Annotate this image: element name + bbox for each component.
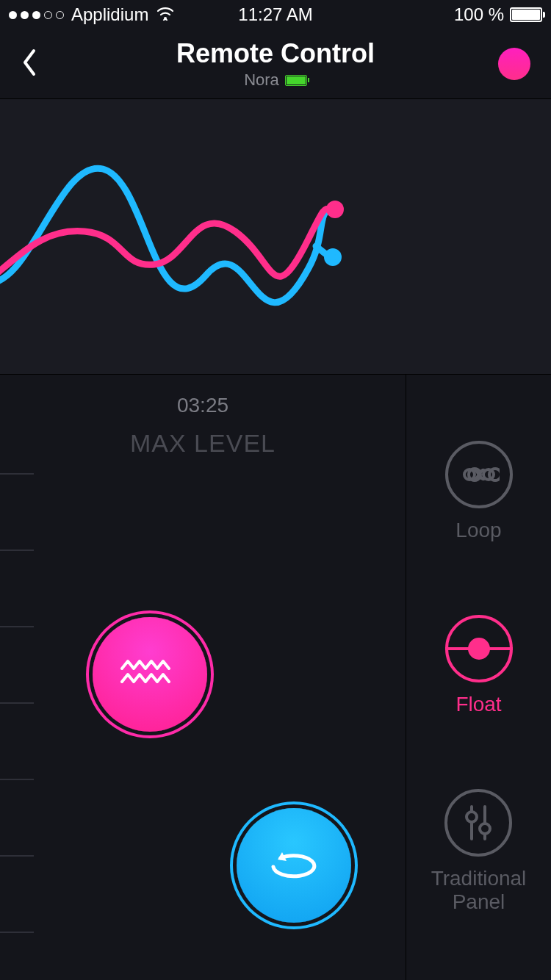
nav-title-block: Remote Control Nora (0, 38, 551, 90)
back-button[interactable] (21, 48, 38, 80)
svg-point-0 (164, 17, 167, 20)
carrier-label: Applidium (71, 4, 148, 25)
vibration-wave-icon (120, 658, 179, 691)
waveform-display (0, 99, 551, 375)
nav-header: Remote Control Nora (0, 29, 551, 99)
svg-point-2 (326, 201, 344, 218)
svg-point-6 (480, 824, 490, 834)
sliders-icon (444, 789, 512, 857)
device-name-label: Nora (244, 71, 279, 90)
mode-loop-label: Loop (455, 519, 501, 542)
mode-traditional-label: Traditional Panel (431, 867, 527, 914)
svg-point-4 (467, 812, 477, 822)
battery-percent-label: 100 % (454, 4, 504, 25)
device-status: Nora (0, 71, 551, 90)
mode-float-button[interactable]: Float (445, 615, 513, 716)
lower-panel: 03:25 MAX LEVEL (0, 375, 551, 980)
battery-icon (510, 7, 542, 22)
device-battery-icon (285, 75, 307, 86)
mode-loop-button[interactable]: Loop (445, 441, 513, 542)
rotation-knob[interactable] (237, 808, 351, 923)
vibration-knob[interactable] (93, 617, 207, 732)
status-right: 100 % (454, 4, 542, 25)
mode-traditional-button[interactable]: Traditional Panel (431, 789, 527, 914)
wifi-icon (156, 4, 175, 25)
mode-float-label: Float (455, 693, 501, 716)
float-icon (445, 615, 513, 682)
signal-dots-icon (9, 11, 64, 19)
level-ticks (0, 473, 34, 980)
timer-label: 03:25 (0, 394, 406, 417)
status-bar: Applidium 11:27 AM 100 % (0, 0, 551, 29)
page-title: Remote Control (0, 38, 551, 69)
status-left: Applidium (9, 4, 175, 25)
mode-sidebar: Loop Float Traditional Panel (406, 375, 551, 980)
control-pane[interactable]: 03:25 MAX LEVEL (0, 375, 406, 980)
level-label: MAX LEVEL (0, 429, 406, 458)
record-indicator-button[interactable] (498, 48, 530, 80)
infinity-icon (445, 441, 513, 508)
rotation-arrow-icon (264, 842, 323, 889)
